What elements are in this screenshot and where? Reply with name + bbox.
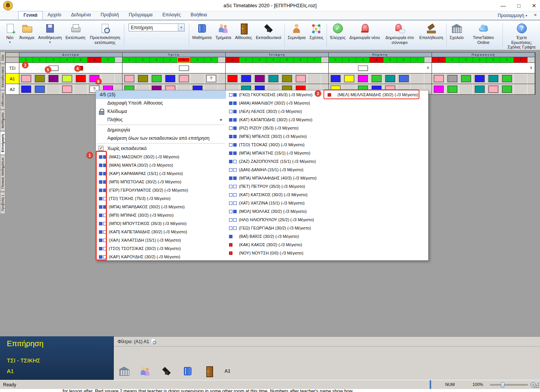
teacher-item[interactable]: (ΚΑΡ) ΚΑΡΑΜΑΡΑΣ (15/1) (-/3 Μέγιστο)	[96, 169, 226, 178]
minimize-button[interactable]: —	[501, 3, 506, 9]
toolbar-button-network[interactable]: Σχέσεις	[308, 22, 325, 41]
period-cell[interactable]: 3	[356, 57, 370, 62]
teacher-item[interactable]: (ΒΑΪ) ΒΑΪΟΣ (30/2) (-/3 Μέγιστο)	[226, 232, 325, 241]
teacher-item[interactable]: (ΜΕΛ) ΜΕΛΛΙΣΑΝΙΔΗΣ (30/2) (-/3 Μέγιστο)	[325, 91, 429, 99]
grid-cell[interactable]	[294, 63, 308, 73]
row-label[interactable]: Α1	[6, 73, 19, 84]
teacher-item[interactable]: (ΡΙΖ) ΡΙΖΟΥ (35/3) (-/3 Μέγιστο)	[226, 124, 325, 132]
customize-menu[interactable]: Προσαρμογή ▾	[498, 13, 527, 18]
grid-cell[interactable]	[411, 73, 424, 84]
period-cell[interactable]: 1	[432, 57, 446, 62]
period-cell[interactable]: 5	[280, 57, 294, 62]
grid-cell[interactable]	[47, 84, 60, 94]
toolbar-button-bell[interactable]: Δημιουργία νέου	[347, 22, 382, 41]
teacher-item[interactable]: (ΓΕΡ) ΓΕΡΟΛΥΜΑΤΟΣ (30/2) (-/3 Μέγιστο)	[96, 186, 226, 194]
toolbar-button-door[interactable]: Αίθουσες	[233, 22, 254, 41]
grid-cell[interactable]	[19, 63, 33, 73]
grid-cell[interactable]	[136, 73, 150, 84]
teacher-item[interactable]: (ΜΠΟ) ΜΠΟΥΤΣΙΚΟΣ (35/3) (-/3 Μέγιστο)	[96, 219, 226, 228]
grid-cell[interactable]	[459, 63, 473, 73]
toolbar-button-book[interactable]: Μαθήματα	[190, 22, 213, 41]
grid-cell[interactable]	[122, 63, 136, 73]
grid-cell[interactable]	[383, 63, 397, 73]
period-cell[interactable]: 6	[500, 57, 514, 62]
grid-cell[interactable]	[191, 73, 204, 84]
classes-icon[interactable]	[140, 365, 151, 377]
period-cell[interactable]: 5	[74, 57, 88, 62]
grid-cell[interactable]	[74, 63, 88, 73]
sidebar-view-tab[interactable]: Όλα	[0, 52, 5, 64]
close-button[interactable]: ✕	[532, 3, 536, 9]
grid-cell[interactable]	[226, 73, 239, 84]
grid-cell[interactable]	[177, 73, 191, 84]
grid-cell[interactable]	[267, 73, 280, 84]
period-cell[interactable]: 2	[33, 57, 47, 62]
period-cell[interactable]: 2	[239, 57, 253, 62]
grid-cell[interactable]	[60, 63, 74, 73]
ribbon-tab[interactable]: Βοήθεια	[186, 11, 212, 20]
period-cell[interactable]: 5	[177, 57, 191, 62]
grid-cell[interactable]	[88, 63, 101, 73]
ribbon-collapse-icon[interactable]: ✕	[534, 13, 537, 17]
grid-cell[interactable]	[487, 73, 500, 84]
ribbon-tab[interactable]: Προβολή	[96, 11, 124, 20]
grid-cell[interactable]	[308, 63, 321, 73]
period-cell[interactable]: 7	[308, 57, 321, 62]
grid-cell[interactable]	[500, 73, 514, 84]
teacher-item[interactable]: (ΜΠΑ) ΜΠΑΡΔΑΚΟΣ (30/2) (-/3 Μέγιστο)	[96, 203, 226, 211]
teacher-item[interactable]: (ΚΑΤ) ΚΑΤΣΙΚΟΣ (30/2) (-/3 Μέγιστο)	[226, 191, 325, 199]
teacher-item[interactable]: (ΠΕΤ) ΠΕΤΡΟΥ (35/3) (-/3 Μέγιστο)	[226, 182, 325, 191]
period-cell[interactable]: 1	[19, 57, 33, 62]
grid-cell[interactable]	[253, 73, 267, 84]
teacher-item[interactable]: (ΧΑΛ) ΧΑΛΑΤΣΙΔΗ (15/1) (-/3 Μέγιστο)	[96, 236, 226, 244]
grid-cell[interactable]	[308, 73, 321, 84]
grid-cell[interactable]	[19, 84, 33, 94]
period-cell[interactable]: 2	[136, 57, 150, 62]
grid-cell[interactable]	[163, 63, 177, 73]
grid-cell[interactable]	[342, 63, 356, 73]
grid-cell[interactable]	[432, 73, 446, 84]
grid-cell[interactable]	[514, 63, 527, 73]
teacher-item[interactable]: (ΜΠΑ) ΜΠΑΛΑΦΙΔΗΣ (40/3) (-/3 Μέγιστο)	[226, 174, 325, 182]
grid-cell[interactable]	[191, 63, 204, 73]
period-cell[interactable]: 6	[397, 57, 411, 62]
toolbar-button-question[interactable]: Έχετε Ερωτήσεις; Σχόλια; Γράψτε μας	[504, 22, 540, 50]
teacher-item[interactable]: (ΧΑΤ) ΧΑΤΖΙΝΑ (15/1) (-/3 Μέγιστο)	[226, 199, 325, 207]
grid-cell[interactable]	[294, 73, 308, 84]
sidebar-view-tab[interactable]: Προβολή 1	[0, 192, 5, 214]
ribbon-tab[interactable]: Πρόγραμμα	[124, 11, 158, 20]
period-cell[interactable]: 3	[150, 57, 163, 62]
teacher-item[interactable]: (ΑΜΑ) ΑΜΑΛΙΔΟΥ (30/2) (-/3 Μέγιστο)	[226, 99, 325, 107]
teacher-item[interactable]: (ΔΑΝ) ΔΑΝΙΗΛ (15/1) (-/3 Μέγιστο)	[226, 166, 325, 174]
ribbon-tab[interactable]: Γενικά	[18, 11, 43, 20]
period-cell[interactable]: 4	[370, 57, 383, 62]
period-cell[interactable]: 7	[411, 57, 424, 62]
toolbar-button-person[interactable]: Σεμινάρια	[286, 22, 308, 41]
grid-cell[interactable]	[342, 73, 356, 84]
grid-cell[interactable]	[280, 63, 294, 73]
teacher-item[interactable]: (ΗΛΙ) ΗΛΙΟΠΟΥΛΟΥ (25/2) (-/3 Μέγιστο)	[226, 216, 325, 224]
grid-cell[interactable]	[370, 63, 383, 73]
teacher-item[interactable]: (ΜΠΕ) ΜΠΕΛΟΣ (30/2) (-/3 Μέγιστο)	[226, 132, 325, 141]
toolbar-button-cloud[interactable]: TimeTables Online	[466, 22, 501, 46]
grid-cell[interactable]	[514, 73, 527, 84]
toolbar-button-print[interactable]: Εκτύπωση	[64, 22, 87, 41]
teacher-item[interactable]: (ΜΑΝ) ΜΑΝΤΑ (30/2) (-/3 Μέγιστο)	[96, 161, 226, 169]
ribbon-tab[interactable]: Δεδομένα	[66, 11, 96, 20]
menu-item[interactable]: Κλείδωμα	[96, 107, 226, 116]
menu-item[interactable]: Πλήθος▸	[96, 116, 226, 124]
menu-item[interactable]: Δημιουργία	[96, 126, 226, 134]
grid-cell[interactable]	[267, 63, 280, 73]
grid-cell[interactable]	[446, 84, 459, 94]
menu-item[interactable]: Διαγραφή Υπεύθ. Αίθουσας	[96, 99, 226, 107]
grid-cell[interactable]	[473, 73, 487, 84]
grid-cell[interactable]	[150, 73, 163, 84]
row-label[interactable]: ΤΣΙ	[6, 63, 19, 73]
ribbon-tab[interactable]: Αρχείο	[43, 11, 66, 20]
grid-cell[interactable]	[60, 84, 74, 94]
grid-cell[interactable]	[88, 73, 101, 84]
grid-cell[interactable]	[397, 73, 411, 84]
sidebar-view-tab[interactable]: Εκπαιδευτικοί	[0, 64, 5, 90]
toolbar-button-new[interactable]: Νέο▾	[2, 22, 17, 45]
grid-cell[interactable]	[459, 73, 473, 84]
